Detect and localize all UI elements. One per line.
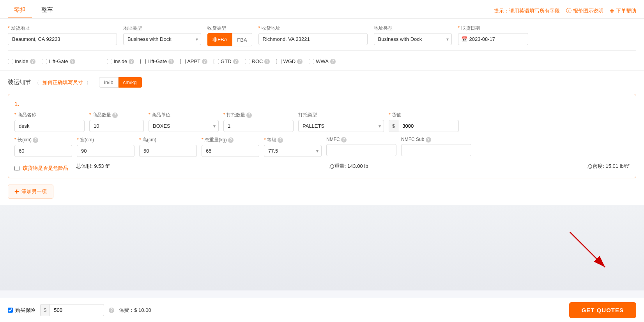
item-card-1: 1. * 商品名称 * 商品数量 ? *: [8, 94, 636, 178]
dest-address-group: * 收货地址: [258, 25, 368, 45]
width-input[interactable]: [77, 145, 134, 157]
liftgate-dest-checkbox[interactable]: [140, 59, 146, 64]
product-name-input[interactable]: [14, 120, 85, 132]
delivery-type-label: 收货类型: [207, 25, 252, 32]
nmfc-sub-help[interactable]: ?: [426, 137, 431, 143]
nmfc-input[interactable]: [326, 144, 396, 156]
address-type-select[interactable]: Business with Dock Residential Business …: [123, 33, 201, 45]
origin-checkboxes: Inside ? Lift-Gate ?: [8, 58, 75, 64]
help-circle-icon: ✚: [610, 8, 614, 14]
delivery-type-group: 收货类型 非FBA FBA: [207, 25, 252, 46]
quote-guide-link[interactable]: ⓘ 报价图示说明: [566, 7, 603, 14]
gtd-dest-label: GTD: [221, 58, 231, 64]
grade-help[interactable]: ?: [278, 137, 283, 143]
dest-address-type-label: 地址类型: [374, 25, 452, 32]
gtd-dest-checkbox[interactable]: [214, 59, 219, 64]
pickup-date-input[interactable]: [458, 33, 528, 45]
dest-address-input[interactable]: [258, 33, 368, 45]
tab-ltl[interactable]: 零担: [8, 3, 32, 18]
fba-button[interactable]: FBA: [232, 33, 252, 46]
danger-checkbox-group: 该货物是否是危险品: [14, 165, 68, 172]
product-qty-input[interactable]: [89, 120, 144, 132]
appt-dest-help[interactable]: ?: [202, 59, 207, 64]
grade-select-wrapper: 77.5 50 55 60 65 70 85 92.5 100: [264, 145, 322, 157]
dest-address-type-group: 地址类型 Business with Dock Residential Busi…: [374, 25, 452, 45]
product-qty-label: * 商品数量 ?: [89, 112, 144, 118]
gtd-dest-item: GTD ?: [214, 58, 238, 64]
wgd-dest-checkbox[interactable]: [276, 59, 281, 64]
add-item-button[interactable]: ✚ 添加另一项: [8, 185, 53, 199]
liftgate-origin-checkbox[interactable]: [42, 59, 47, 64]
appt-dest-label: APPT: [187, 58, 200, 64]
grade-field: * 等级 ? 77.5 50 55 60 65 70 85 92.5 100: [264, 137, 322, 157]
height-field: * 高(cm): [139, 137, 197, 157]
roc-dest-help[interactable]: ?: [264, 59, 270, 64]
order-help-link[interactable]: ✚ 下单帮助: [610, 7, 636, 14]
danger-stats-row: 该货物是否是危险品 总体积: 9.53 ft² 总重量: 143.00 lb 总…: [14, 161, 630, 172]
origin-address-input[interactable]: Beaumont, CA 92223: [8, 33, 117, 45]
pallet-qty-field: * 打托数量 ?: [223, 112, 294, 132]
tabs: 零担 整车: [8, 3, 59, 18]
dangerous-goods-checkbox[interactable]: [14, 166, 19, 171]
pallet-type-select[interactable]: PALLETS SKIDS CRATES: [298, 120, 384, 132]
unit-cmkg-button[interactable]: cm/kg: [119, 77, 142, 88]
pallet-type-label: 打托类型: [298, 112, 384, 118]
origin-label: * 发货地址: [8, 25, 117, 32]
grade-select[interactable]: 77.5 50 55 60 65 70 85 92.5 100: [264, 145, 322, 157]
address-type-label: 地址类型: [123, 25, 201, 32]
gtd-dest-help[interactable]: ?: [233, 59, 239, 64]
value-input[interactable]: [398, 120, 449, 132]
vertical-divider: [91, 55, 91, 64]
wwa-dest-checkbox[interactable]: [309, 59, 314, 64]
inside-dest-help[interactable]: ?: [129, 59, 134, 64]
item-fields-row-1: * 商品名称 * 商品数量 ? * 商品单位: [14, 112, 630, 132]
date-input-wrapper: 📅: [458, 33, 528, 45]
pallet-qty-help[interactable]: ?: [246, 113, 252, 118]
unit-inlb-button[interactable]: in/lb: [99, 77, 119, 88]
height-input[interactable]: [139, 145, 197, 157]
product-name-field: * 商品名称: [14, 112, 85, 132]
nmfc-help[interactable]: ?: [341, 137, 347, 143]
shipping-header: 装运细节 （ 如何正确填写尺寸 ） in/lb cm/kg: [8, 77, 636, 88]
inside-origin-checkbox[interactable]: [8, 59, 13, 64]
inside-origin-item: Inside ?: [8, 58, 35, 64]
plus-circle-icon: ✚: [14, 188, 19, 195]
length-help[interactable]: ?: [33, 137, 38, 143]
length-input[interactable]: [14, 145, 72, 157]
product-name-label: * 商品名称: [14, 112, 85, 118]
how-to-fill-link[interactable]: 如何正确填写尺寸: [42, 79, 83, 86]
wwa-dest-help[interactable]: ?: [330, 59, 336, 64]
total-weight-help[interactable]: ?: [228, 137, 234, 143]
wgd-dest-item: WGD ?: [276, 58, 303, 64]
product-qty-help[interactable]: ?: [112, 113, 118, 118]
inside-dest-item: Inside ?: [107, 58, 134, 64]
nmfc-sub-input[interactable]: [401, 144, 471, 156]
total-weight-field: * 总重量(kg) ?: [202, 137, 259, 157]
stats-area: 总体积: 9.53 ft² 总重量: 143.00 lb 总密度: 15.01 …: [76, 163, 630, 170]
tab-ftl[interactable]: 整车: [35, 3, 59, 18]
inside-dest-checkbox[interactable]: [107, 59, 112, 64]
total-volume-stat: 总体积: 9.53 ft²: [76, 163, 110, 170]
top-bar: 零担 整车 提示：请用英语填写所有字段 ⓘ 报价图示说明 ✚ 下单帮助: [0, 0, 644, 19]
roc-dest-checkbox[interactable]: [245, 59, 250, 64]
inside-origin-help[interactable]: ?: [30, 59, 35, 64]
nmfc-field: NMFC ?: [326, 137, 396, 156]
product-unit-select[interactable]: BOXES PALLETS CRATES PIECES: [149, 120, 219, 132]
appt-dest-checkbox[interactable]: [180, 59, 186, 64]
value-label: * 货值: [389, 112, 459, 118]
liftgate-origin-help[interactable]: ?: [70, 59, 75, 64]
product-qty-field: * 商品数量 ?: [89, 112, 144, 132]
pallet-qty-input[interactable]: [223, 120, 294, 132]
length-field: * 长(cm) ?: [14, 137, 72, 157]
non-fba-button[interactable]: 非FBA: [207, 33, 232, 46]
total-weight-input[interactable]: [202, 145, 259, 157]
divider: [8, 50, 636, 51]
product-unit-field: * 商品单位 BOXES PALLETS CRATES PIECES: [149, 112, 219, 132]
wgd-dest-help[interactable]: ?: [297, 59, 303, 64]
dest-address-type-select[interactable]: Business with Dock Residential Business …: [374, 33, 452, 45]
pallet-qty-label: * 打托数量 ?: [223, 112, 294, 118]
grade-label: * 等级 ?: [264, 137, 322, 143]
gradient-area: [0, 205, 644, 290]
liftgate-dest-help[interactable]: ?: [168, 59, 174, 64]
liftgate-dest-item: Lift-Gate ?: [140, 58, 174, 64]
